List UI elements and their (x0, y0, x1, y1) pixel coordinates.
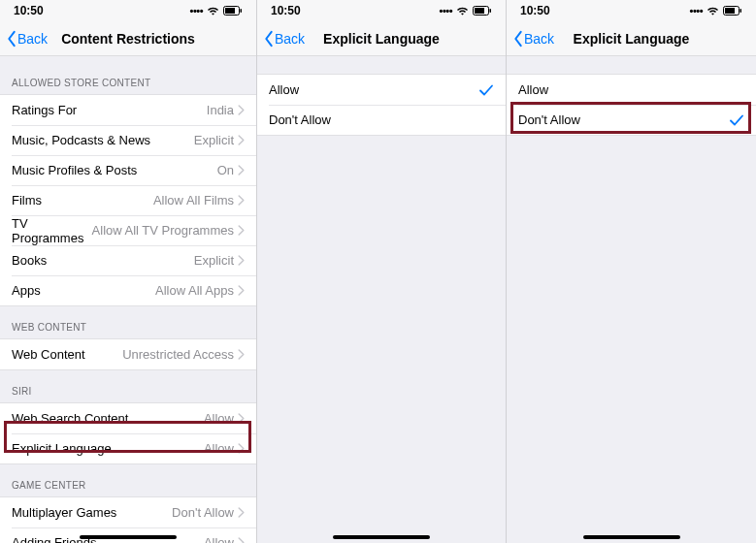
row-value: India (207, 103, 234, 117)
back-button[interactable]: Back (0, 30, 48, 48)
svg-rect-1 (225, 8, 235, 14)
row-explicit-language[interactable]: Explicit Language Allow (0, 433, 256, 463)
chevron-right-icon (238, 537, 245, 543)
group-web: Web Content Unrestricted Access (0, 338, 256, 370)
back-label: Back (17, 31, 48, 47)
row-dont-allow[interactable]: Don't Allow (257, 105, 506, 135)
row-music-profiles[interactable]: Music Profiles & Posts On (0, 155, 256, 185)
chevron-right-icon (238, 165, 245, 176)
row-label: Music, Podcasts & News (12, 133, 194, 147)
status-icons: •••• (440, 5, 492, 16)
checkmark-icon (729, 112, 744, 128)
svg-rect-4 (475, 8, 484, 14)
chevron-left-icon (263, 30, 275, 48)
row-label: Apps (12, 283, 155, 298)
status-time: 10:50 (271, 4, 301, 17)
row-label: Allow (518, 82, 744, 97)
section-header-siri: Siri (0, 370, 256, 402)
chevron-right-icon (238, 413, 245, 424)
svg-rect-5 (490, 9, 492, 13)
nav-bar: Back Explicit Language (257, 21, 506, 56)
pane-explicit-allow: 10:50 •••• Back Explicit Language Allow … (257, 0, 507, 543)
chevron-left-icon (512, 30, 524, 48)
row-value: On (217, 163, 234, 177)
row-value: Allow (204, 411, 234, 426)
back-button[interactable]: Back (257, 30, 305, 48)
row-web-search[interactable]: Web Search Content Allow (0, 403, 256, 433)
pane-explicit-dont-allow: 10:50 •••• Back Explicit Language Allow … (507, 0, 756, 543)
chevron-right-icon (238, 195, 245, 206)
status-icons: •••• (190, 5, 243, 16)
chevron-right-icon (238, 225, 245, 236)
row-label: Don't Allow (518, 112, 729, 127)
svg-rect-2 (241, 9, 243, 13)
chevron-right-icon (238, 507, 245, 518)
row-value: Explicit (194, 253, 234, 268)
status-time: 10:50 (14, 4, 44, 17)
home-indicator[interactable] (80, 535, 177, 539)
row-label: Web Search Content (12, 411, 204, 426)
back-label: Back (275, 31, 305, 47)
row-label: Web Content (12, 347, 122, 362)
row-value: Allow All Apps (155, 283, 234, 298)
section-header-allowed: Allowed Store Content (0, 56, 256, 94)
back-button[interactable]: Back (507, 30, 554, 48)
row-ratings-for[interactable]: Ratings For India (0, 95, 256, 125)
row-value: Allow All TV Programmes (92, 223, 234, 238)
back-label: Back (524, 31, 554, 47)
chevron-right-icon (238, 285, 245, 296)
home-indicator[interactable] (583, 535, 680, 539)
svg-rect-8 (740, 9, 742, 13)
status-bar: 10:50 •••• (507, 0, 756, 21)
pane-content-restrictions: 10:50 •••• Back Content Restrictions All… (0, 0, 257, 543)
svg-rect-7 (725, 8, 735, 14)
group-explicit-options: Allow Don't Allow (507, 74, 756, 136)
nav-bar: Back Content Restrictions (0, 21, 256, 56)
row-value: Unrestricted Access (122, 347, 234, 362)
nav-bar: Back Explicit Language (507, 21, 756, 56)
row-label: TV Programmes (12, 216, 92, 245)
row-label: Don't Allow (269, 112, 494, 127)
row-dont-allow[interactable]: Don't Allow (507, 105, 756, 135)
row-value: Don't Allow (172, 505, 234, 520)
status-icons: •••• (690, 5, 742, 16)
checkmark-icon (478, 82, 494, 98)
row-label: Allow (269, 82, 478, 97)
row-allow[interactable]: Allow (257, 75, 506, 105)
row-label: Music Profiles & Posts (12, 163, 217, 177)
chevron-right-icon (238, 105, 245, 115)
status-time: 10:50 (520, 4, 550, 17)
section-header-web: Web Content (0, 306, 256, 338)
row-value: Allow All Films (153, 193, 234, 208)
chevron-right-icon (238, 135, 245, 145)
row-value: Explicit (194, 133, 234, 147)
row-label: Ratings For (12, 103, 207, 117)
row-multiplayer[interactable]: Multiplayer Games Don't Allow (0, 497, 256, 527)
row-label: Films (12, 193, 153, 208)
row-label: Explicit Language (12, 441, 204, 456)
home-indicator[interactable] (333, 535, 430, 539)
row-web-content[interactable]: Web Content Unrestricted Access (0, 339, 256, 369)
row-value: Allow (204, 535, 234, 543)
row-allow[interactable]: Allow (507, 75, 756, 105)
row-books[interactable]: Books Explicit (0, 245, 256, 275)
chevron-right-icon (238, 255, 245, 266)
row-label: Books (12, 253, 194, 268)
chevron-right-icon (238, 349, 245, 360)
group-siri: Web Search Content Allow Explicit Langua… (0, 402, 256, 464)
status-bar: 10:50 •••• (257, 0, 506, 21)
chevron-left-icon (6, 30, 17, 48)
row-label: Multiplayer Games (12, 505, 172, 520)
row-value: Allow (204, 441, 234, 456)
group-explicit-options: Allow Don't Allow (257, 74, 506, 136)
row-music-podcasts[interactable]: Music, Podcasts & News Explicit (0, 125, 256, 155)
status-bar: 10:50 •••• (0, 0, 256, 21)
section-header-gc: Game Center (0, 464, 256, 496)
chevron-right-icon (238, 443, 245, 454)
row-apps[interactable]: Apps Allow All Apps (0, 275, 256, 305)
row-films[interactable]: Films Allow All Films (0, 185, 256, 215)
row-tv[interactable]: TV Programmes Allow All TV Programmes (0, 215, 256, 245)
group-allowed: Ratings For India Music, Podcasts & News… (0, 94, 256, 306)
